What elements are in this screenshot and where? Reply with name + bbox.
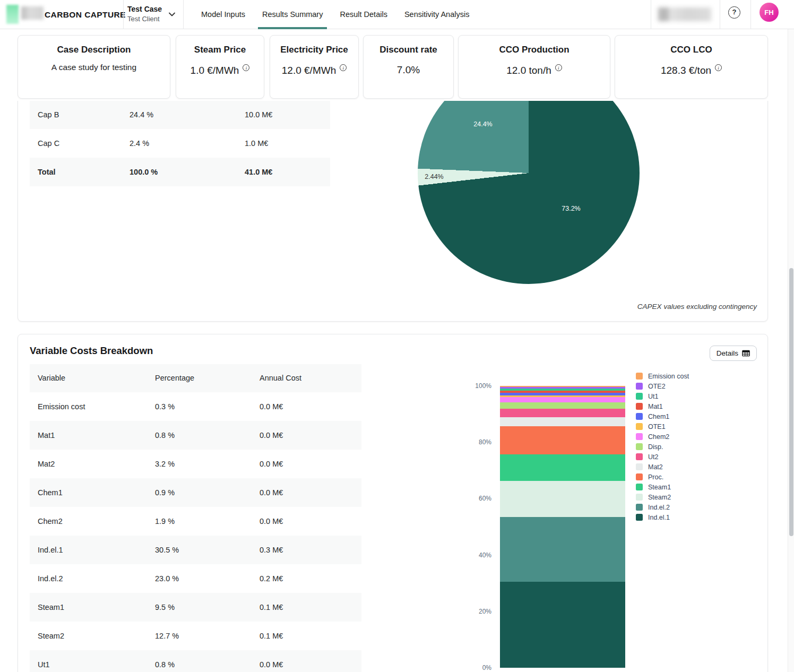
legend-swatch xyxy=(636,514,643,521)
variable-costs-table-row: Ind.el.223.0 %0.2 M€ xyxy=(30,564,361,593)
tab-bar: Model InputsResults SummaryResult Detail… xyxy=(201,0,469,29)
y-axis-tick: 0% xyxy=(482,664,491,671)
column-header: Variable xyxy=(38,364,65,392)
variable-costs-table-row: Steam212.7 %0.1 M€ xyxy=(30,622,361,650)
cell: Steam2 xyxy=(38,622,64,650)
capex-table-row: Cap B24.4 %10.0 M€ xyxy=(30,100,330,129)
kpi-value-text: 128.3 €/ton xyxy=(661,65,711,76)
cell: Cap B xyxy=(38,100,59,129)
y-axis-tick: 40% xyxy=(479,552,491,559)
variable-costs-table-row: Ut10.8 %0.0 M€ xyxy=(30,650,361,672)
y-axis-tick: 80% xyxy=(479,438,491,446)
legend-item: Steam2 xyxy=(636,492,689,502)
blurred-toolbar-item xyxy=(658,7,711,21)
chevron-down-icon[interactable] xyxy=(168,10,176,21)
cell: 10.0 M€ xyxy=(245,100,272,129)
kpi-card-case-description: Case DescriptionA case study for testing xyxy=(18,35,170,99)
case-name: Test Case xyxy=(127,5,162,13)
capex-table-row: Cap C2.4 %1.0 M€ xyxy=(30,129,330,158)
variable-costs-table-row: Mat23.2 %0.0 M€ xyxy=(30,450,361,478)
cell: 0.0 M€ xyxy=(260,650,283,672)
legend-swatch xyxy=(636,453,643,460)
divider xyxy=(651,0,651,29)
kpi-title: Case Description xyxy=(18,45,170,55)
kpi-value: 128.3 €/toni xyxy=(615,64,767,76)
divider xyxy=(720,0,720,29)
help-icon[interactable]: ? xyxy=(728,6,740,19)
cell: 0.0 M€ xyxy=(260,450,283,478)
legend-label: Chem1 xyxy=(648,413,669,420)
legend-item: Proc. xyxy=(636,472,689,482)
legend-item: Emission cost xyxy=(636,371,689,381)
scrollbar-track[interactable] xyxy=(788,29,794,672)
legend-item: Mat2 xyxy=(636,462,689,472)
bar-chart-legend: Emission costOTE2Ut1Mat1Chem1OTE1Chem2Di… xyxy=(636,371,689,522)
tab-results-summary[interactable]: Results Summary xyxy=(262,0,323,29)
divider xyxy=(183,0,184,29)
brand-name: CARBON CAPTURE xyxy=(45,0,126,29)
capex-table: Cap B24.4 %10.0 M€Cap C2.4 %1.0 M€Total1… xyxy=(30,100,330,186)
info-icon[interactable]: i xyxy=(340,64,347,71)
column-header: Percentage xyxy=(155,364,194,392)
cell: 1.0 M€ xyxy=(245,129,268,158)
legend-label: Ind.el.2 xyxy=(648,504,670,511)
y-axis-tick: 20% xyxy=(479,608,491,615)
legend-item: Chem2 xyxy=(636,432,689,442)
bar-segment-chem2 xyxy=(500,397,625,402)
scrollbar-thumb[interactable] xyxy=(789,268,793,536)
cell: 24.4 % xyxy=(130,100,153,129)
kpi-value-text: 12.0 ton/h xyxy=(506,65,551,76)
legend-label: Steam1 xyxy=(648,484,671,491)
legend-label: OTE2 xyxy=(648,383,666,390)
client-name: Test Client xyxy=(127,15,162,23)
cell: 1.9 % xyxy=(155,507,175,536)
details-button[interactable]: Details xyxy=(710,346,757,361)
kpi-value: 1.0 €/MWhi xyxy=(176,64,264,76)
info-icon[interactable]: i xyxy=(555,64,562,71)
tab-sensitivity-analysis[interactable]: Sensitivity Analysis xyxy=(404,0,470,29)
bar-segment-steam1 xyxy=(500,454,625,481)
cell: 0.0 M€ xyxy=(260,421,283,450)
tab-model-inputs[interactable]: Model Inputs xyxy=(201,0,245,29)
legend-label: Ut1 xyxy=(648,393,658,400)
variable-costs-title: Variable Costs Breakdown xyxy=(30,345,153,357)
bar-chart-y-axis: 100%80%60%40%20%0% xyxy=(459,386,495,668)
variable-costs-table-row: Chem10.9 %0.0 M€ xyxy=(30,478,361,507)
legend-swatch xyxy=(636,413,643,420)
legend-swatch xyxy=(636,403,643,410)
avatar[interactable]: FH xyxy=(760,3,779,22)
info-icon[interactable]: i xyxy=(243,64,249,71)
cell: Emission cost xyxy=(38,392,85,421)
legend-swatch xyxy=(636,433,643,440)
legend-item: Ut2 xyxy=(636,452,689,462)
tab-result-details[interactable]: Result Details xyxy=(340,0,387,29)
legend-item: Ut1 xyxy=(636,391,689,401)
cell: Ut1 xyxy=(38,650,50,672)
cell: Chem2 xyxy=(38,507,63,536)
variable-costs-card: Variable Costs Breakdown Details Variabl… xyxy=(18,334,768,672)
kpi-value: 12.0 ton/hi xyxy=(459,64,610,76)
kpi-title: CCO Production xyxy=(459,45,610,55)
kpi-value-text: 12.0 €/MWh xyxy=(282,65,336,76)
variable-costs-table-row: Mat10.8 %0.0 M€ xyxy=(30,421,361,450)
bar-segment-proc- xyxy=(500,426,625,454)
legend-item: Disp. xyxy=(636,442,689,452)
cell: 0.9 % xyxy=(155,478,175,507)
app-logo xyxy=(6,5,19,24)
info-icon[interactable]: i xyxy=(715,64,722,71)
bar-segment-mat2 xyxy=(500,417,625,426)
cell: 0.3 M€ xyxy=(260,536,283,564)
legend-label: Disp. xyxy=(648,443,663,451)
legend-swatch xyxy=(636,373,643,380)
case-selector[interactable]: Test Case Test Client xyxy=(127,5,162,23)
app-logo-text-blurred xyxy=(21,6,44,20)
cell: Total xyxy=(38,158,56,186)
cell: 0.0 M€ xyxy=(260,392,283,421)
legend-item: Chem1 xyxy=(636,411,689,421)
cell: 0.0 M€ xyxy=(260,478,283,507)
cell: Ind.el.1 xyxy=(38,536,63,564)
kpi-card-electricity-price: Electricity Price12.0 €/MWhi xyxy=(270,35,359,99)
pie-slice-label: 73.2% xyxy=(562,205,580,212)
kpi-value-text: 1.0 €/MWh xyxy=(191,65,239,76)
bar-segment-disp- xyxy=(500,402,625,409)
